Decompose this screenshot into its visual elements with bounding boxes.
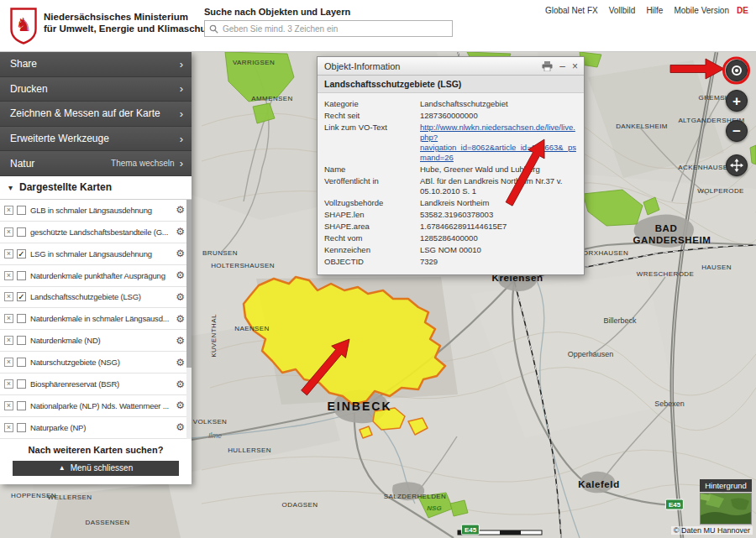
gear-icon[interactable]: ⚙ (176, 269, 185, 281)
info-key: Kategorie (324, 98, 420, 110)
gear-icon[interactable]: ⚙ (176, 248, 185, 259)
layer-label[interactable]: geschützte Landschaftsbestandteile (G... (30, 227, 173, 237)
remove-layer-icon[interactable]: × (4, 249, 13, 259)
ministry-line2: für Umwelt, Energie und Klimaschutz (44, 23, 214, 34)
close-menu-button[interactable]: ▲ Menü schliessen (13, 461, 179, 476)
lower-saxony-horse-icon: ♞ (15, 14, 32, 35)
more-maps-link[interactable]: Nach weiteren Karten suchen? (0, 445, 192, 455)
layer-label[interactable]: Naturdenkmale in schmaler Längsausd... (30, 314, 173, 323)
gear-icon[interactable]: ⚙ (176, 421, 185, 433)
remove-layer-icon[interactable]: × (4, 336, 13, 345)
layer-checkbox[interactable] (17, 314, 26, 323)
info-key: Name (324, 164, 420, 175)
menu-item-secondary: Thema wechseln (111, 159, 175, 168)
remove-layer-icon[interactable]: × (4, 206, 13, 215)
layer-label[interactable]: Nationalparke (NLP) Nds. Wattenmeer ... (30, 401, 173, 410)
layer-checkbox[interactable] (17, 379, 26, 389)
remove-layer-icon[interactable]: × (4, 227, 13, 237)
layer-label[interactable]: GLB in schmaler Längsausdehnung (30, 206, 173, 215)
menu-item-label: Zeichnen & Messen auf der Karte (10, 107, 180, 119)
minimize-icon[interactable]: – (559, 61, 565, 71)
gear-icon[interactable]: ⚙ (176, 204, 185, 216)
print-icon[interactable] (542, 61, 553, 71)
info-key: Recht vom (324, 232, 420, 244)
info-row: KategorieLandschaftsschutzgebiet (324, 98, 577, 110)
chevron-right-icon: › (180, 59, 183, 70)
layer-checkbox[interactable] (17, 227, 26, 237)
language-selector[interactable]: DE (737, 6, 748, 15)
pan-button[interactable] (726, 154, 748, 176)
gear-icon[interactable]: ⚙ (176, 291, 185, 303)
layer-label[interactable]: Landschaftsschutzgebiete (LSG) (30, 292, 173, 301)
search-input[interactable] (223, 24, 448, 34)
layer-checkbox[interactable] (17, 358, 26, 367)
gear-icon[interactable]: ⚙ (176, 400, 185, 411)
info-row: Recht vom1285286400000 (324, 232, 577, 244)
layer-checkbox[interactable] (17, 271, 26, 280)
top-nav-link[interactable]: Hilfe (646, 6, 663, 15)
maps-header[interactable]: ▾ Dargestellte Karten (0, 176, 192, 200)
sidebar-item-zeichnen[interactable]: Zeichnen & Messen auf der Karte› (0, 102, 192, 127)
sidebar-item-natur[interactable]: NaturThema wechseln› (0, 151, 192, 176)
top-nav-link[interactable]: Vollbild (609, 6, 636, 15)
layer-list: ×GLB in schmaler Längsausdehnung⚙×geschü… (0, 200, 192, 439)
popup-title: Objekt-Information (324, 61, 535, 71)
sidebar-item-share[interactable]: Share› (0, 52, 192, 77)
layer-label[interactable]: Biosphärenreservat (BSR) (30, 379, 173, 389)
gear-icon[interactable]: ⚙ (176, 313, 185, 325)
background-thumbnail[interactable] (700, 493, 752, 525)
gear-icon[interactable]: ⚙ (176, 226, 185, 238)
layer-checkbox[interactable] (17, 401, 26, 410)
locate-button[interactable] (726, 60, 748, 81)
remove-layer-icon[interactable]: × (4, 423, 13, 432)
close-icon[interactable]: × (572, 61, 578, 71)
remove-layer-icon[interactable]: × (4, 358, 13, 367)
info-key: OBJECTID (324, 256, 420, 268)
remove-layer-icon[interactable]: × (4, 379, 13, 389)
layer-label[interactable]: Naturdenkmale (ND) (30, 336, 173, 345)
remove-layer-icon[interactable]: × (4, 401, 13, 410)
layer-checkbox[interactable]: ✓ (17, 292, 26, 301)
menu-item-label: Erweiterte Werkzeuge (10, 133, 180, 144)
sidebar-item-werkzeuge[interactable]: Erweiterte Werkzeuge› (0, 127, 192, 152)
info-row: VollzugsbehördeLandkreis Northeim (324, 197, 577, 209)
gear-icon[interactable]: ⚙ (176, 357, 185, 368)
layer-checkbox[interactable] (17, 336, 26, 345)
info-key: Vollzugsbehörde (324, 197, 420, 209)
search-box[interactable] (204, 20, 453, 37)
top-nav-link[interactable]: Global Net FX (545, 6, 598, 15)
ministry-title: Niedersächsisches Ministerium für Umwelt… (44, 11, 214, 34)
layer-checkbox[interactable] (17, 423, 26, 432)
menu-item-label: Drucken (10, 83, 180, 95)
info-value: 7329 (420, 256, 577, 268)
info-row: Veröffentlicht inABl. für den Landkreis … (324, 175, 577, 197)
scrollbar-thumb[interactable] (186, 200, 192, 368)
sidebar-item-drucken[interactable]: Drucken› (0, 77, 192, 102)
triangle-up-icon: ▲ (59, 465, 66, 472)
remove-layer-icon[interactable]: × (4, 292, 13, 301)
layer-list-scrollbar[interactable] (186, 200, 192, 439)
remove-layer-icon[interactable]: × (4, 314, 13, 323)
layer-checkbox[interactable]: ✓ (17, 249, 26, 259)
gear-icon[interactable]: ⚙ (176, 335, 185, 347)
gear-icon[interactable]: ⚙ (176, 379, 185, 390)
vo-text-link[interactable]: http://www.nlwkn.niedersachsen.de/live/l… (420, 123, 576, 162)
zoom-in-button[interactable]: + (726, 90, 748, 112)
layer-label[interactable]: Naturschutzgebiete (NSG) (30, 358, 173, 367)
layer-label[interactable]: Naturparke (NP) (30, 423, 173, 432)
background-switcher: Hintergrund (700, 479, 752, 525)
info-value: LSG NOM 00010 (420, 244, 577, 256)
popup-titlebar[interactable]: Objekt-Information – × (318, 57, 584, 76)
info-value: Landschaftsschutzgebiet (420, 98, 577, 110)
remove-layer-icon[interactable]: × (4, 271, 13, 280)
locate-dot (735, 69, 738, 72)
layer-checkbox[interactable] (17, 206, 26, 215)
top-nav-link[interactable]: Mobile Version (674, 6, 729, 15)
background-label[interactable]: Hintergrund (700, 479, 752, 492)
layer-label[interactable]: LSG in schmaler Längsausdehnung (30, 249, 173, 259)
info-key: Link zum VO-Text (324, 122, 420, 164)
triangle-down-icon: ▾ (8, 183, 13, 192)
layer-label[interactable]: Naturdenkmale punkthafter Ausprägung (30, 271, 173, 280)
sidebar-menu: Share›Drucken›Zeichnen & Messen auf der … (0, 52, 192, 176)
zoom-out-button[interactable]: − (726, 120, 748, 142)
